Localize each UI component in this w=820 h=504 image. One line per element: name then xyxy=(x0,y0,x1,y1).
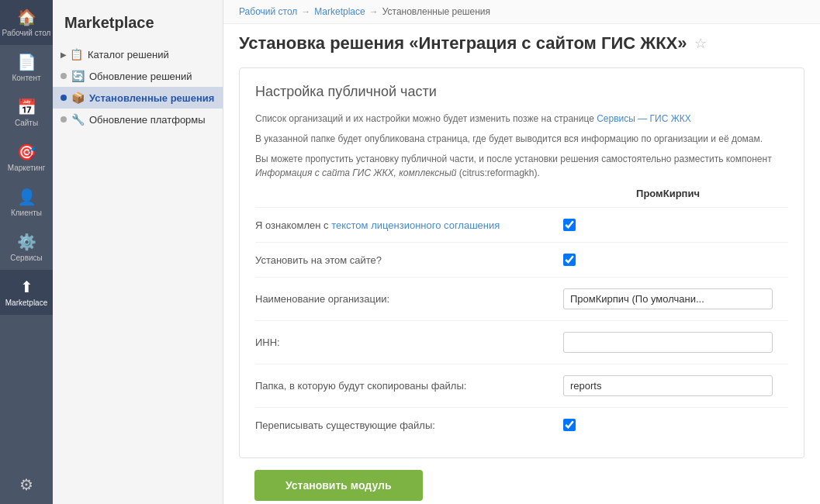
nav-sidebar-title: Marketplace xyxy=(53,8,223,43)
section-title: Настройка публичной части xyxy=(255,84,788,100)
home-icon: 🏠 xyxy=(17,8,36,26)
install-button[interactable]: Установить модуль xyxy=(254,470,423,501)
gear-icon: ⚙ xyxy=(19,475,33,494)
platform-icon: 🔧 xyxy=(71,113,85,126)
arrow-icon: ▶ xyxy=(61,50,67,59)
button-row: Установить модуль xyxy=(239,458,804,504)
nav-item-label: Каталог решений xyxy=(88,49,169,60)
form-label-install-site: Установить на этом сайте? xyxy=(255,254,563,266)
nav-sidebar: Marketplace ▶ 📋 Каталог решений 🔄 Обновл… xyxy=(53,0,223,504)
update-icon: 🔄 xyxy=(71,70,85,82)
clients-icon: 👤 xyxy=(17,188,36,206)
sidebar-item-sayty[interactable]: 📅 Сайты xyxy=(0,90,53,135)
install-site-checkbox[interactable] xyxy=(563,254,576,266)
form-label-license: Я ознакомлен с текстом лицензионного сог… xyxy=(255,219,563,231)
sidebar-item-settings[interactable]: ⚙ xyxy=(0,468,53,504)
sidebar-item-rabochiy-stol[interactable]: 🏠 Рабочий стол xyxy=(0,0,53,45)
form-row-inn: ИНН: xyxy=(255,320,788,353)
form-label-overwrite: Переписывать существующие файлы: xyxy=(255,419,563,431)
sidebar-item-label: Рабочий стол xyxy=(2,29,51,37)
bullet-icon xyxy=(61,116,67,123)
breadcrumb-current: Установленные решения xyxy=(382,6,490,17)
inn-input[interactable] xyxy=(563,332,773,353)
sidebar-item-label: Marketplace xyxy=(5,299,47,307)
form-label-folder: Папка, в которую будут скопированы файлы… xyxy=(255,380,563,392)
info-text-1: Список организаций и их настройки можно … xyxy=(255,112,788,126)
breadcrumb-sep-1: → xyxy=(301,6,310,17)
form-label-inn: ИНН: xyxy=(255,337,563,348)
sidebar-item-kontent[interactable]: 📄 Контент xyxy=(0,45,53,90)
form-control-org-name xyxy=(563,288,773,309)
services-link[interactable]: Сервисы — ГИС ЖКХ xyxy=(597,113,691,124)
star-icon[interactable]: ☆ xyxy=(694,35,707,52)
info-text-3: Вы можете пропустить установку публичной… xyxy=(255,152,788,180)
nav-item-katalog[interactable]: ▶ 📋 Каталог решений xyxy=(53,43,223,65)
sidebar-item-label: Сервисы xyxy=(10,254,42,262)
sidebar-item-label: Клиенты xyxy=(11,209,42,217)
main-content: Рабочий стол → Marketplace → Установленн… xyxy=(223,0,820,504)
sidebar-item-label: Сайты xyxy=(15,119,38,127)
form-row-overwrite: Переписывать существующие файлы: xyxy=(255,407,788,431)
form-row-folder: Папка, в которую будут скопированы файлы… xyxy=(255,364,788,396)
nav-item-obnovlenie[interactable]: 🔄 Обновление решений xyxy=(53,65,223,87)
marketplace-icon: ⬆ xyxy=(20,278,33,296)
form-area: Настройка публичной части Список организ… xyxy=(223,60,820,504)
company-header: ПромКирпич xyxy=(563,188,773,199)
sidebar-item-marketing[interactable]: 🎯 Маркетинг xyxy=(0,135,53,180)
breadcrumb-home[interactable]: Рабочий стол xyxy=(239,6,297,17)
nav-item-label: Установленные решения xyxy=(89,92,214,104)
bullet-icon-active xyxy=(61,95,67,101)
folder-input[interactable] xyxy=(563,375,773,396)
form-row-license: Я ознакомлен с текстом лицензионного сог… xyxy=(255,207,788,231)
info-text-2: В указанной папке будет опубликована стр… xyxy=(255,132,788,146)
org-name-input[interactable] xyxy=(563,288,773,309)
catalog-icon: 📋 xyxy=(70,48,83,60)
breadcrumb: Рабочий стол → Marketplace → Установленн… xyxy=(223,0,820,24)
sidebar-item-label: Маркетинг xyxy=(8,164,46,172)
page-title: Установка решения «Интеграция с сайтом Г… xyxy=(239,33,687,54)
form-section: Настройка публичной части Список организ… xyxy=(239,67,804,458)
installed-icon: 📦 xyxy=(71,91,85,104)
sidebar-item-servisы[interactable]: ⚙️ Сервисы xyxy=(0,225,53,270)
content-icon: 📄 xyxy=(17,53,36,71)
form-control-folder xyxy=(563,375,773,396)
sidebar-item-marketplace[interactable]: ⬆ Marketplace xyxy=(0,270,53,315)
form-control-license xyxy=(563,219,773,231)
company-header-row: ПромКирпич xyxy=(255,188,788,199)
icon-sidebar: 🏠 Рабочий стол 📄 Контент 📅 Сайты 🎯 Марке… xyxy=(0,0,53,504)
overwrite-checkbox[interactable] xyxy=(563,419,576,431)
sidebar-item-klienty[interactable]: 👤 Клиенты xyxy=(0,180,53,225)
bullet-icon xyxy=(61,73,67,79)
page-title-bar: Установка решения «Интеграция с сайтом Г… xyxy=(223,24,820,60)
breadcrumb-marketplace[interactable]: Marketplace xyxy=(314,6,365,17)
nav-item-platforma[interactable]: 🔧 Обновление платформы xyxy=(53,109,223,130)
license-checkbox[interactable] xyxy=(563,219,576,231)
license-link[interactable]: текстом лицензионного соглашения xyxy=(331,219,500,231)
form-control-install-site xyxy=(563,254,773,266)
nav-item-ustanovlennye[interactable]: 📦 Установленные решения xyxy=(53,87,223,109)
form-control-overwrite xyxy=(563,419,773,431)
form-control-inn xyxy=(563,332,773,353)
form-row-install-site: Установить на этом сайте? xyxy=(255,242,788,266)
form-label-org-name: Наименование организации: xyxy=(255,293,563,305)
form-row-org-name: Наименование организации: xyxy=(255,277,788,309)
nav-item-label: Обновление решений xyxy=(89,71,192,82)
breadcrumb-sep-2: → xyxy=(369,6,379,17)
sites-icon: 📅 xyxy=(17,98,36,116)
marketing-icon: 🎯 xyxy=(17,143,36,161)
sidebar-item-label: Контент xyxy=(12,74,40,82)
nav-item-label: Обновление платформы xyxy=(89,114,206,126)
services-icon: ⚙️ xyxy=(17,233,36,251)
